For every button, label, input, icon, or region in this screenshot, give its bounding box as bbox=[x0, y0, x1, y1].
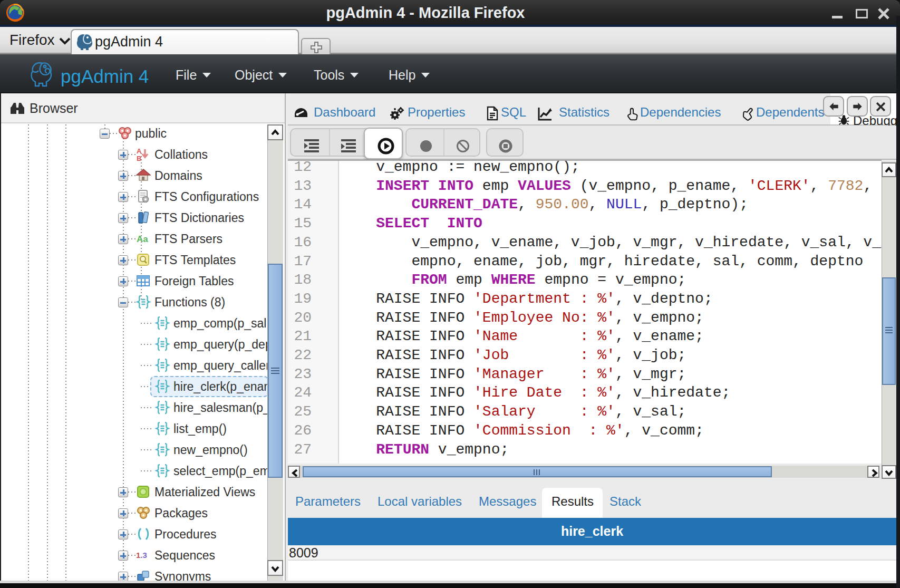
svg-text:B: B bbox=[137, 155, 141, 162]
svg-text:1.3: 1.3 bbox=[136, 551, 147, 560]
svg-text:Aa: Aa bbox=[137, 234, 148, 244]
svg-text:A: A bbox=[137, 147, 142, 155]
